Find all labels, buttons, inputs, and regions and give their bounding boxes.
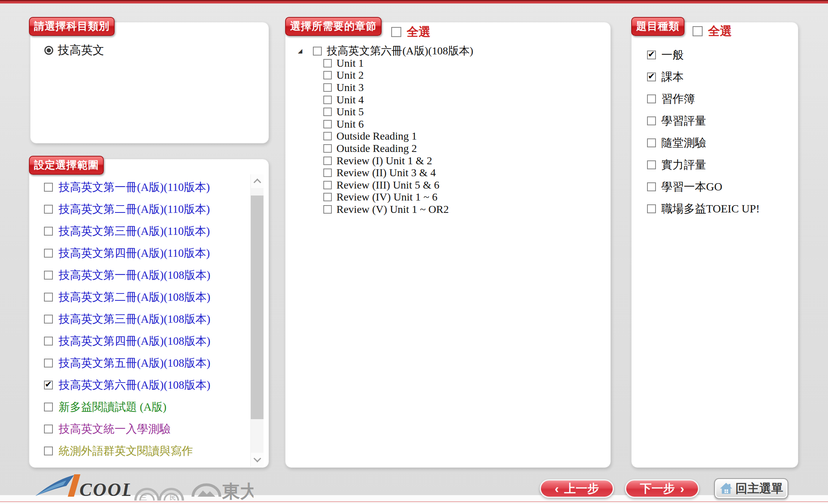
scope-item-checkbox[interactable] [44,249,53,258]
previous-step-button[interactable]: ‹ 上一步 [540,479,614,498]
qtype-item-checkbox[interactable] [647,204,656,213]
tree-child-checkbox[interactable] [323,193,332,201]
tree-child-checkbox[interactable] [323,157,332,165]
scope-item-checkbox[interactable] [44,403,53,411]
tree-root-row[interactable]: ◢ 技高英文第六冊(A版)(108版本) [295,45,473,57]
scope-item-checkbox[interactable] [44,205,53,214]
qtype-list-item[interactable]: 實力評量 [647,154,760,176]
tree-child-label: Unit 2 [336,69,364,81]
tree-child-checkbox[interactable] [323,71,332,79]
scrollbar-thumb[interactable] [251,196,264,419]
scope-list-item[interactable]: 統測外語群英文閱讀與寫作 [44,440,245,462]
subject-option-row[interactable]: 技高英文 [44,42,104,58]
qtype-select-all-row[interactable]: 全選 [693,23,732,39]
tree-child-row[interactable]: Review (IV) Unit 1 ~ 6 [295,191,473,204]
tree-child-row[interactable]: Unit 2 [295,69,473,82]
tree-child-checkbox[interactable] [323,108,332,116]
tree-child-checkbox[interactable] [323,59,332,67]
scope-list-item[interactable]: 新多益閱讀試題 (A版) [44,396,245,418]
scope-item-label: 技高英文第二冊(A版)(110版本) [59,202,210,217]
tree-child-label: Review (II) Unit 3 & 4 [336,167,436,179]
tree-child-row[interactable]: Review (I) Unit 1 & 2 [295,155,473,167]
scope-item-checkbox[interactable] [44,381,53,389]
main-menu-button[interactable]: 回主選單 [714,478,788,499]
scrollbar-down-arrow[interactable] [251,453,264,467]
chapter-panel: 全選 ◢ 技高英文第六冊(A版)(108版本) Unit 1 Unit 2 Un… [285,22,611,468]
scope-item-label: 技高英文第三冊(A版)(110版本) [59,224,210,239]
scope-item-checkbox[interactable] [44,359,53,367]
tree-child-row[interactable]: Unit 6 [295,118,473,130]
scope-list-item[interactable]: 技高英文第六冊(A版)(108版本) [44,374,245,396]
previous-step-label: 上一步 [564,481,599,497]
qtype-item-checkbox[interactable] [647,72,656,81]
next-step-button[interactable]: 下一步 › [625,479,699,498]
svg-text:東大: 東大 [222,482,253,501]
tree-child-row[interactable]: Unit 1 [295,57,473,69]
sanmin-logo: 三 民 [133,477,185,502]
chapter-select-all-label: 全選 [407,24,431,40]
tree-children: Unit 1 Unit 2 Unit 3 Unit 4 Unit 5 Unit … [295,57,473,216]
scope-item-checkbox[interactable] [44,337,53,346]
tree-child-checkbox[interactable] [323,120,332,128]
scope-list-item[interactable]: 技高英文第四冊(A版)(110版本) [44,242,245,264]
chapter-panel-header-badge: 選擇所需要的章節 [285,17,382,36]
tree-root-checkbox[interactable] [313,47,322,56]
tree-child-checkbox[interactable] [323,169,332,177]
tree-child-row[interactable]: Unit 4 [295,94,473,106]
tree-child-checkbox[interactable] [323,205,332,214]
subject-radio-button[interactable] [44,46,53,55]
qtype-select-all-checkbox[interactable] [693,26,703,36]
tree-child-row[interactable]: Review (III) Unit 5 & 6 [295,179,473,191]
tree-child-row[interactable]: Unit 5 [295,106,473,118]
scope-list-item[interactable]: 技高英文第二冊(A版)(110版本) [44,198,245,220]
scope-item-checkbox[interactable] [44,271,53,280]
tree-child-checkbox[interactable] [323,181,332,189]
scope-item-checkbox[interactable] [44,315,53,324]
qtype-item-checkbox[interactable] [647,160,656,169]
qtype-item-checkbox[interactable] [647,116,656,125]
scope-item-checkbox[interactable] [44,447,53,455]
home-icon [719,482,733,496]
tree-child-checkbox[interactable] [323,96,332,104]
scope-item-checkbox[interactable] [44,425,53,433]
tree-child-checkbox[interactable] [323,132,332,140]
tree-child-row[interactable]: Review (II) Unit 3 & 4 [295,167,473,179]
qtype-list-item[interactable]: 學習評量 [647,110,760,132]
tree-child-row[interactable]: Outside Reading 2 [295,142,473,155]
qtype-list-item[interactable]: 一般 [647,44,760,66]
cool-logo: COOL [34,472,130,503]
scope-item-checkbox[interactable] [44,183,53,192]
scope-list-item[interactable]: 技高英文第一冊(A版)(108版本) [44,264,245,286]
tree-child-label: Review (III) Unit 5 & 6 [336,179,439,191]
scope-item-checkbox[interactable] [44,227,53,236]
scope-list-item[interactable]: 技高英文統一入學測驗 [44,418,245,440]
qtype-item-checkbox[interactable] [647,182,656,191]
scope-list-item[interactable]: 技高英文第三冊(A版)(110版本) [44,220,245,242]
chapter-select-all-checkbox[interactable] [391,27,401,37]
tree-child-row[interactable]: Review (V) Unit 1 ~ OR2 [295,203,473,216]
scope-list-item[interactable]: 技高英文第四冊(A版)(108版本) [44,330,245,352]
tree-child-row[interactable]: Outside Reading 1 [295,130,473,143]
tree-child-row[interactable]: Unit 3 [295,81,473,94]
subject-option-label: 技高英文 [58,42,104,58]
scope-list-item[interactable]: 技高英文第三冊(A版)(108版本) [44,308,245,330]
qtype-item-checkbox[interactable] [647,94,656,103]
qtype-list-item[interactable]: 隨堂測驗 [647,132,760,154]
tree-child-checkbox[interactable] [323,144,332,153]
qtype-list-item[interactable]: 課本 [647,66,760,88]
chapter-tree: ◢ 技高英文第六冊(A版)(108版本) Unit 1 Unit 2 Unit … [295,45,473,216]
tree-child-checkbox[interactable] [323,83,332,92]
scrollbar-up-arrow[interactable] [251,174,264,188]
qtype-item-checkbox[interactable] [647,51,656,59]
qtype-list-item[interactable]: 學習一本GO [647,176,760,198]
qtype-item-checkbox[interactable] [647,138,656,147]
scope-list-item[interactable]: 技高英文第五冊(A版)(108版本) [44,352,245,374]
tree-expander-icon[interactable]: ◢ [298,47,304,55]
scope-list-item[interactable]: 技高英文第二冊(A版)(108版本) [44,286,245,308]
chapter-select-all-row[interactable]: 全選 [391,24,431,40]
qtype-list-item[interactable]: 職場多益TOEIC UP! [647,198,760,220]
scope-item-checkbox[interactable] [44,293,53,302]
qtype-list-item[interactable]: 習作簿 [647,88,760,110]
scope-list-item[interactable]: 技高英文第一冊(A版)(110版本) [44,176,245,198]
scope-scrollbar[interactable] [250,174,264,467]
